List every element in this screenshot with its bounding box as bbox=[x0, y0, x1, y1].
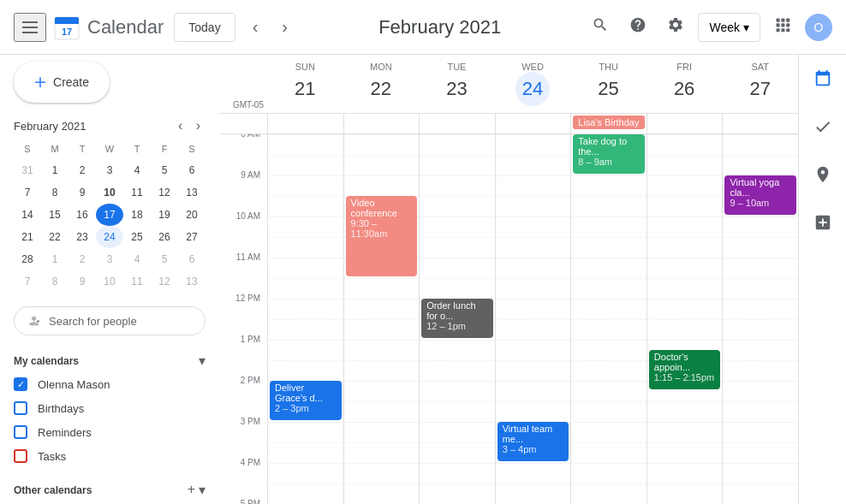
allday-cell-wed bbox=[495, 114, 571, 133]
mini-day-12[interactable]: 12 bbox=[151, 270, 178, 293]
video-conference-event[interactable]: Video conference9:30 – 11:30am bbox=[346, 196, 418, 276]
apps-button[interactable] bbox=[767, 9, 798, 44]
virtual-team-event[interactable]: Virtual team me...3 – 4pm bbox=[497, 422, 569, 461]
other-calendars-header[interactable]: Other calendars + ▾ bbox=[14, 478, 206, 501]
allday-row: Lisa's Birthday bbox=[219, 114, 798, 134]
mini-day-4[interactable]: 4 bbox=[123, 159, 151, 181]
prev-button[interactable]: ‹ bbox=[246, 10, 265, 44]
mini-day-10[interactable]: 10 bbox=[96, 270, 123, 293]
avatar[interactable]: O bbox=[805, 14, 832, 41]
mini-day-6[interactable]: 6 bbox=[178, 159, 206, 181]
mini-day-11[interactable]: 11 bbox=[123, 181, 151, 204]
create-button[interactable]: + Create bbox=[14, 62, 110, 103]
mini-day-7[interactable]: 7 bbox=[14, 181, 41, 204]
mini-day-12[interactable]: 12 bbox=[151, 181, 178, 204]
mini-day-31[interactable]: 31 bbox=[14, 159, 41, 181]
calendar-item-reminders[interactable]: Reminders bbox=[14, 420, 206, 444]
mini-day-1[interactable]: 1 bbox=[41, 159, 69, 181]
right-panel-check-icon[interactable] bbox=[806, 110, 840, 144]
mini-day-3[interactable]: 3 bbox=[96, 159, 123, 181]
collapse-other-icon[interactable]: ▾ bbox=[199, 482, 206, 498]
today-button[interactable]: Today bbox=[174, 13, 235, 42]
calendar-checkbox-birthdays[interactable] bbox=[14, 401, 27, 415]
mini-day-11[interactable]: 11 bbox=[123, 270, 151, 293]
mini-cal-prev[interactable]: ‹ bbox=[173, 116, 188, 135]
allday-cell-sat bbox=[722, 114, 798, 133]
right-panel-calendar-icon[interactable] bbox=[806, 62, 840, 96]
view-dropdown[interactable]: Week ▾ bbox=[698, 13, 760, 42]
mini-day-1[interactable]: 1 bbox=[41, 248, 69, 270]
mini-day-2[interactable]: 2 bbox=[69, 248, 96, 270]
mini-day-26[interactable]: 26 bbox=[151, 226, 178, 248]
calendar-label-reminders: Reminders bbox=[38, 426, 92, 439]
search-button[interactable] bbox=[585, 9, 616, 44]
mini-day-14[interactable]: 14 bbox=[14, 204, 41, 226]
next-button[interactable]: › bbox=[275, 10, 295, 44]
calendar-item-birthdays[interactable]: Birthdays bbox=[14, 396, 206, 420]
lisas-birthday-event[interactable]: Lisa's Birthday bbox=[573, 116, 645, 129]
mini-day-8[interactable]: 8 bbox=[41, 270, 69, 293]
chevron-down-icon: ▾ bbox=[743, 21, 749, 34]
calendar-item-olenna[interactable]: Olenna Mason bbox=[14, 372, 206, 396]
my-calendars-header[interactable]: My calendars ▾ bbox=[14, 349, 206, 372]
mini-day-10[interactable]: 10 bbox=[96, 181, 123, 204]
other-calendars-title: Other calendars bbox=[14, 484, 92, 496]
collapse-icon[interactable]: ▾ bbox=[199, 353, 206, 369]
mini-day-22[interactable]: 22 bbox=[41, 226, 69, 248]
mini-day-6[interactable]: 6 bbox=[178, 248, 206, 270]
mini-day-21[interactable]: 21 bbox=[14, 226, 41, 248]
time-column: 8 AM9 AM10 AM11 AM12 PM1 PM2 PM3 PM4 PM5… bbox=[219, 134, 267, 504]
doctor-appoint-event[interactable]: Doctor's appoin...1:15 – 2:15pm bbox=[649, 350, 721, 389]
calendar-area: GMT-05 SUN 21 MON 22 TUE 23 WED 24 THU 2… bbox=[219, 55, 798, 504]
mini-day-13[interactable]: 13 bbox=[178, 270, 206, 293]
mini-day-3[interactable]: 3 bbox=[96, 248, 123, 270]
mini-day-15[interactable]: 15 bbox=[41, 204, 69, 226]
settings-button[interactable] bbox=[660, 9, 691, 44]
calendar-label-birthdays: Birthdays bbox=[38, 402, 84, 415]
mini-day-18[interactable]: 18 bbox=[123, 204, 151, 226]
time-slot-7: 3 PM bbox=[219, 422, 267, 463]
calendar-checkbox-reminders[interactable] bbox=[14, 425, 27, 439]
day-header-mon: MON 22 bbox=[343, 55, 420, 113]
mini-day-13[interactable]: 13 bbox=[178, 181, 206, 204]
take-dog-event[interactable]: Take dog to the...8 – 9am bbox=[573, 134, 645, 174]
mini-day-9[interactable]: 9 bbox=[69, 270, 96, 293]
other-calendars-section: Other calendars + ▾ ✓ Holidays in United… bbox=[14, 478, 206, 504]
day-col-mon: Video conference9:30 – 11:30am bbox=[343, 134, 420, 504]
calendar-item-tasks[interactable]: Tasks bbox=[14, 444, 206, 468]
deliver-grace-event[interactable]: Deliver Grace's d...2 – 3pm bbox=[270, 381, 342, 420]
mini-day-8[interactable]: 8 bbox=[41, 181, 69, 204]
right-panel-add-icon[interactable] bbox=[806, 205, 840, 240]
mini-day-4[interactable]: 4 bbox=[123, 248, 151, 270]
calendar-checkbox-olenna[interactable] bbox=[14, 377, 27, 391]
day-col-thu: Take dog to the...8 – 9am bbox=[570, 134, 646, 504]
mini-day-25[interactable]: 25 bbox=[123, 226, 151, 248]
add-other-calendar-icon[interactable]: + bbox=[188, 482, 195, 498]
topbar-right: Week ▾ O bbox=[585, 9, 832, 44]
mini-day-16[interactable]: 16 bbox=[69, 204, 96, 226]
mini-cal-next[interactable]: › bbox=[191, 116, 206, 135]
menu-button[interactable] bbox=[14, 13, 46, 42]
mini-day-27[interactable]: 27 bbox=[178, 226, 206, 248]
mini-day-23[interactable]: 23 bbox=[69, 226, 96, 248]
virtual-yoga-event[interactable]: Virtual yoga cla...9 – 10am bbox=[724, 175, 796, 215]
right-panel-map-icon[interactable] bbox=[806, 157, 840, 192]
mini-day-17[interactable]: 17 bbox=[96, 204, 123, 226]
mini-day-20[interactable]: 20 bbox=[178, 204, 206, 226]
mini-day-28[interactable]: 28 bbox=[14, 248, 41, 270]
mini-day-24[interactable]: 24 bbox=[96, 226, 123, 248]
allday-cell-mon bbox=[343, 114, 420, 133]
day-header-tue: TUE 23 bbox=[419, 55, 495, 113]
mini-day-5[interactable]: 5 bbox=[151, 159, 178, 181]
mini-day-2[interactable]: 2 bbox=[69, 159, 96, 181]
mini-day-19[interactable]: 19 bbox=[151, 204, 178, 226]
month-title: February 2021 bbox=[305, 16, 575, 39]
mini-day-9[interactable]: 9 bbox=[69, 181, 96, 204]
search-people[interactable]: Search for people bbox=[14, 306, 206, 335]
help-button[interactable] bbox=[623, 9, 653, 44]
mini-day-5[interactable]: 5 bbox=[151, 248, 178, 270]
mini-day-7[interactable]: 7 bbox=[14, 270, 41, 293]
calendar-checkbox-tasks[interactable] bbox=[14, 449, 27, 463]
order-lunch-event[interactable]: Order lunch for o...12 – 1pm bbox=[421, 299, 493, 338]
topbar-left: 17 Calendar bbox=[14, 13, 164, 42]
